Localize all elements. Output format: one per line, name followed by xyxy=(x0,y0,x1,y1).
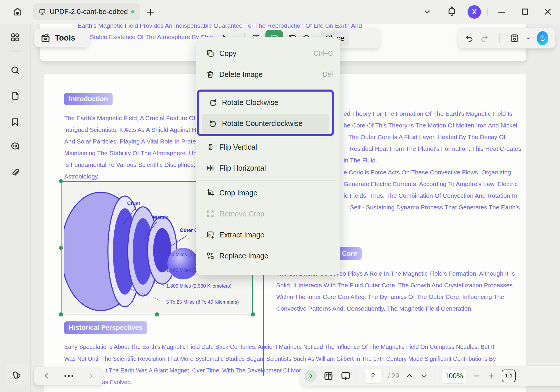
sidebar-item-apps[interactable] xyxy=(9,31,22,44)
menu-item-copy[interactable]: Copy Ctrl+C xyxy=(196,44,340,63)
doc-line: Within The Inner Core Can Affect The Dyn… xyxy=(276,293,504,300)
tabs-dropdown-button[interactable] xyxy=(423,8,432,16)
tools-button[interactable]: Tools xyxy=(34,29,89,47)
menu-item-label: Copy xyxy=(219,49,314,58)
present-screen-icon xyxy=(340,370,351,382)
doc-line: Was Not Until The Scientific Revolution … xyxy=(64,356,496,362)
copy-icon xyxy=(206,49,215,58)
selection-handle-bottom-right[interactable] xyxy=(251,312,255,316)
stamp-tools-button[interactable] xyxy=(6,364,28,386)
plus-icon xyxy=(487,372,495,380)
sidebar-divider xyxy=(10,50,20,52)
extract-image-icon xyxy=(206,230,215,239)
menu-item-flip-vertical[interactable]: Flip Vertical xyxy=(196,137,340,157)
zoom-level-display[interactable]: 100% xyxy=(442,369,466,383)
menu-item-label: Flip Vertical xyxy=(219,143,333,151)
doc-line: he Core Of This Theory Is The Motion Of … xyxy=(344,122,517,129)
doc-line: Residual Heat From The Planet's Formatio… xyxy=(349,145,521,152)
ai-assistant-button[interactable] xyxy=(537,31,548,45)
menu-item-label: Crop Image xyxy=(219,189,333,197)
ai-swirl-icon xyxy=(538,34,547,43)
tools-label: Tools xyxy=(55,34,75,43)
trash-icon xyxy=(206,70,215,79)
page-up-button[interactable] xyxy=(405,372,414,380)
menu-item-replace-image[interactable]: Replace Image xyxy=(196,246,340,265)
menu-item-crop-image[interactable]: Crop Image xyxy=(196,183,340,202)
next-page-button[interactable] xyxy=(87,372,95,380)
doc-line: And Solar Particles, Playing A Vital Rol… xyxy=(64,138,209,145)
sidebar-item-search[interactable] xyxy=(9,64,22,77)
two-page-view-icon xyxy=(323,371,334,381)
previous-page-button[interactable] xyxy=(43,372,50,380)
redo-button[interactable] xyxy=(480,34,489,43)
doc-line: Solid, It Interacts With The Fluid Outer… xyxy=(276,282,512,289)
doc-line: Early Speculations About The Earth's Mag… xyxy=(64,344,494,350)
new-tab-button[interactable] xyxy=(145,7,156,18)
expand-panel-button[interactable] xyxy=(305,370,317,382)
sidebar-item-comments[interactable] xyxy=(9,140,22,153)
save-button[interactable] xyxy=(510,33,519,43)
document-tab[interactable]: UPDF-2.0-cant-be-edited xyxy=(33,3,140,20)
selection-handle-top-left[interactable] xyxy=(59,179,63,183)
presentation-button[interactable] xyxy=(340,370,351,382)
toolbar-divider xyxy=(499,33,500,43)
save-options-dropdown[interactable] xyxy=(525,35,531,41)
notifications-button[interactable] xyxy=(446,6,457,17)
menu-item-flip-horizontal[interactable]: Flip Horizontal xyxy=(196,158,340,178)
grid-icon xyxy=(10,32,20,43)
menu-item-label: Delete Image xyxy=(219,70,323,79)
menu-separator xyxy=(200,87,336,87)
tab-status-dot xyxy=(131,10,134,13)
doc-line: ed Theory For The Formation Of The Earth… xyxy=(344,110,512,117)
bookmark-icon xyxy=(10,117,20,127)
heading-text: Introduction xyxy=(69,95,108,103)
more-pages-icon[interactable] xyxy=(64,375,73,377)
menu-item-label: Remove Crop xyxy=(219,210,333,218)
page-navigation-pill xyxy=(34,367,104,385)
flip-vertical-icon xyxy=(206,143,215,151)
close-window-button[interactable] xyxy=(542,6,553,17)
sidebar-item-attachments[interactable] xyxy=(9,166,22,179)
chevron-down-icon xyxy=(525,35,531,41)
search-icon xyxy=(10,65,20,76)
heading-text: Historical Perspectives xyxy=(69,324,143,332)
menu-item-remove-crop: Remove Crop xyxy=(196,204,340,223)
maximize-button[interactable] xyxy=(520,6,530,17)
heading-text: Core xyxy=(342,250,357,258)
actual-size-button[interactable]: 1:1 xyxy=(502,370,516,382)
sidebar-item-bookmarks[interactable] xyxy=(9,116,22,128)
menu-item-label: Replace Image xyxy=(219,252,333,260)
zoom-out-button[interactable] xyxy=(473,372,481,380)
doc-line: The Outer Core Is A Fluid Layer, Heated … xyxy=(348,134,505,141)
status-bar: 2 / 29 100% 1:1 xyxy=(301,366,560,386)
zoom-in-button[interactable] xyxy=(487,372,495,380)
menu-item-rotate-clockwise[interactable]: Rotate Clockwise xyxy=(199,93,332,112)
menu-separator xyxy=(200,180,336,181)
sidebar-item-pages[interactable] xyxy=(9,90,22,102)
menu-item-rotate-counterclockwise[interactable]: Rotate Counterclockwise xyxy=(202,114,329,133)
doc-line: ic Fields. Thus, The Combination Of Conv… xyxy=(344,192,517,199)
user-avatar[interactable]: X xyxy=(468,5,481,19)
page-down-button[interactable] xyxy=(420,372,428,380)
menu-item-delete-image[interactable]: Delete Image Del xyxy=(196,65,340,84)
history-save-toolbar xyxy=(458,28,555,48)
doc-line: as Evolved. xyxy=(102,379,132,386)
zoom-value: 100% xyxy=(445,372,463,380)
selection-handle-bottom-center[interactable] xyxy=(155,312,159,316)
chevron-down-icon xyxy=(423,8,432,16)
page-layout-button[interactable] xyxy=(323,371,334,381)
chevron-up-icon xyxy=(405,372,414,380)
selection-handle-bottom-left[interactable] xyxy=(59,312,63,316)
doc-line: t The Earth Was A Giant Magnet. Over Tim… xyxy=(106,367,304,374)
menu-item-extract-image[interactable]: Extract Image xyxy=(196,225,340,244)
bell-icon xyxy=(446,6,457,17)
menu-item-label: Rotate Counterclockwise xyxy=(222,119,321,128)
selection-handle-mid-left[interactable] xyxy=(59,246,63,250)
minimize-button[interactable] xyxy=(496,8,507,16)
page-number-input[interactable]: 2 xyxy=(365,369,382,383)
menu-item-shortcut: Del xyxy=(323,71,333,78)
doc-line: e Coriolis Force Acts On These Convectiv… xyxy=(344,169,511,176)
home-button[interactable] xyxy=(10,5,24,19)
chevron-right-icon xyxy=(308,373,314,379)
undo-button[interactable] xyxy=(465,34,474,43)
